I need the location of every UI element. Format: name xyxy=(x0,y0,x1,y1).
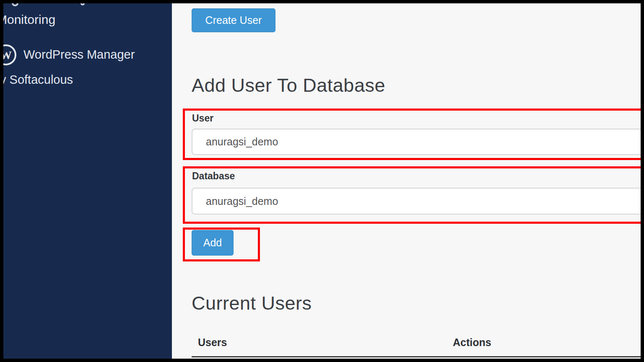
sidebar-item-wordpress-manager[interactable]: WordPress Manager xyxy=(23,48,135,62)
add-user-to-database-title: Add User To Database xyxy=(192,75,385,96)
sidebar-item-monitoring[interactable]: Monitoring xyxy=(3,13,55,27)
database-select[interactable]: anuragsi_demo xyxy=(192,188,641,215)
database-field-label: Database xyxy=(192,171,235,182)
user-select[interactable]: anuragsi_demo xyxy=(192,129,641,155)
cut-off-text-fragment xyxy=(12,3,18,6)
sidebar: Monitoring W WordPress Manager y Softacu… xyxy=(3,3,172,359)
sidebar-item-softaculous[interactable]: y Softaculous xyxy=(3,73,73,87)
column-header-users: Users xyxy=(198,336,227,349)
database-select-value: anuragsi_demo xyxy=(206,195,278,207)
cut-off-text-fragment xyxy=(80,3,85,5)
wordpress-icon: W xyxy=(3,44,17,66)
user-select-value: anuragsi_demo xyxy=(206,136,278,148)
add-button[interactable]: Add xyxy=(192,230,234,256)
current-users-title: Current Users xyxy=(192,292,312,314)
user-field-label: User xyxy=(192,113,213,124)
screenshot-root: { "sidebar": { "items": [ { "label": "Mo… xyxy=(0,0,644,362)
main-content: Create User Add User To Database User an… xyxy=(172,3,641,359)
create-user-button[interactable]: Create User xyxy=(192,8,275,32)
table-header-divider xyxy=(192,356,641,357)
svg-text:W: W xyxy=(3,49,12,62)
column-header-actions: Actions xyxy=(453,336,491,349)
